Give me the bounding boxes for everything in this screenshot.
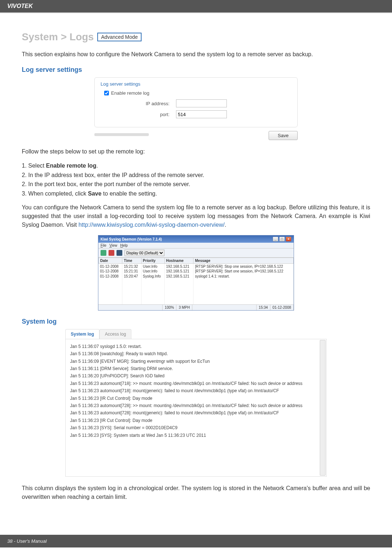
menu-help[interactable]: Help — [120, 243, 128, 247]
breadcrumb: System > Logs — [22, 31, 94, 43]
port-label: port: — [101, 112, 173, 117]
menu-view[interactable]: View — [109, 243, 117, 247]
log-line: Jan 5 11:36:23 automount[718]: >> mount:… — [70, 380, 322, 387]
table-row[interactable]: 01-12-200815:21:32User.Info192.168.5.121… — [99, 264, 294, 269]
mode-badge: Advanced Mode — [97, 33, 141, 41]
ip-address-input[interactable] — [176, 99, 227, 107]
table-row[interactable]: 01-12-200815:21:31User.Info192.168.5.121… — [99, 269, 294, 274]
log-line: Jan 5 11:36:23 automount[728]: mount(gen… — [70, 409, 322, 416]
system-log-heading: System log — [22, 318, 370, 325]
log-line: Jan 5 11:36:08 [swatchdog]: Ready to wat… — [70, 350, 322, 357]
kiwi-grid: DateTimePriorityHostnameMessage 01-12-20… — [98, 258, 294, 304]
log-line: Jan 5 11:36:23 [SYS]: Serial number = 00… — [70, 424, 322, 431]
log-line: Jan 5 11:36:23 [IR Cut Control]: Day mod… — [70, 395, 322, 402]
system-log-desc: This column displays the system log in a… — [22, 484, 370, 501]
system-log-pane[interactable]: Jan 5 11:36:07 syslogd 1.5.0: restart.Ja… — [65, 339, 327, 477]
table-row — [99, 289, 294, 294]
kiwi-col-header[interactable]: Hostname — [164, 258, 193, 264]
enable-remote-log-label: Enable remote log — [111, 90, 150, 96]
brand-header: VIVOTEK — [0, 0, 392, 13]
save-button[interactable]: Save — [269, 131, 298, 140]
log-line: Jan 5 11:36:23 [IR Cut Control]: Day mod… — [70, 417, 322, 424]
tab-system-log[interactable]: System log — [65, 329, 99, 339]
follow-steps-text: Follow the steps below to set up the rem… — [22, 147, 370, 156]
step-item: 1. Select Enable remote log. — [22, 161, 370, 171]
close-icon[interactable]: × — [286, 237, 291, 242]
status-date: 01-12-2008 — [270, 305, 294, 310]
kiwi-col-header[interactable]: Message — [193, 258, 294, 264]
enable-remote-log-checkbox[interactable] — [104, 91, 109, 95]
step-item: 2. In the IP address text box, enter the… — [22, 171, 370, 180]
status-mph: 3 MPH — [176, 305, 192, 310]
log-line: Jan 5 11:36:11 [DRM Service]: Starting D… — [70, 365, 322, 372]
kiwi-col-header[interactable]: Date — [99, 258, 122, 264]
log-line: Jan 5 11:36:23 automount[728]: >> mount:… — [70, 402, 322, 409]
port-input[interactable] — [176, 110, 227, 118]
toolbar-icon-1[interactable] — [101, 250, 106, 256]
status-time: 15:34 — [257, 305, 270, 310]
intro-text: This section explains how to configure t… — [22, 50, 370, 59]
tab-access-log[interactable]: Access log — [99, 329, 131, 339]
kiwi-window: Kiwi Syslog Daemon (Version 7.1.4) _ □ ×… — [98, 235, 294, 311]
step-item: 3. When completed, click Save to enable … — [22, 189, 370, 198]
maximize-icon[interactable]: □ — [279, 237, 285, 242]
table-row[interactable]: 01-12-200815:20:47Syslog.Info192.168.5.1… — [99, 274, 294, 279]
toolbar-icon-3[interactable] — [117, 250, 122, 256]
log-line: Jan 5 11:36:23 [SYS]: System starts at W… — [70, 432, 322, 439]
step-list: 1. Select Enable remote log.2. In the IP… — [22, 161, 370, 198]
status-pct: 100% — [163, 305, 177, 310]
log-line: Jan 5 11:36:20 [UPnPIGDCP]: Search IGD f… — [70, 372, 322, 379]
log-line: Jan 5 11:36:09 [EVENT MGR]: Starting eve… — [70, 358, 322, 365]
kiwi-title: Kiwi Syslog Daemon (Version 7.1.4) — [101, 237, 162, 241]
kiwi-titlebar: Kiwi Syslog Daemon (Version 7.1.4) _ □ × — [98, 235, 294, 243]
kiwi-toolbar: Display 00 (Default) — [98, 249, 294, 258]
step-item: 2. In the port text box, enter the port … — [22, 180, 370, 189]
table-row — [99, 284, 294, 289]
table-row — [99, 294, 294, 299]
log-server-panel: Log server settings Enable remote log IP… — [94, 77, 298, 127]
kiwi-col-header[interactable]: Time — [122, 258, 141, 264]
table-row — [99, 299, 294, 304]
ip-label: IP address: — [101, 101, 173, 106]
minimize-icon[interactable]: _ — [273, 237, 278, 242]
toolbar-icon-2[interactable] — [109, 250, 114, 256]
page-title: System > Logs Advanced Mode — [22, 31, 370, 43]
remote-desc: You can configure the Network Camera to … — [22, 203, 370, 229]
kiwi-link[interactable]: http://www.kiwisyslog.com/kiwi-syslog-da… — [78, 222, 225, 228]
log-line: Jan 5 11:36:07 syslogd 1.5.0: restart. — [70, 343, 322, 350]
log-server-heading: Log server settings — [22, 66, 370, 74]
page-footer: 38 - User's Manual — [0, 535, 392, 547]
panel-title: Log server settings — [101, 81, 291, 87]
display-select[interactable]: Display 00 (Default) — [124, 250, 164, 256]
kiwi-col-header[interactable]: Priority — [141, 258, 164, 264]
table-row — [99, 279, 294, 284]
menu-file[interactable]: FFileile — [101, 243, 106, 247]
log-line: Jan 5 11:36:23 automount[718]: mount(gen… — [70, 387, 322, 394]
kiwi-statusbar: 100% 3 MPH 15:34 01-12-2008 — [98, 304, 294, 310]
log-tabs: System log Access log — [65, 329, 327, 339]
kiwi-menu: FFileile View Help — [98, 243, 294, 249]
